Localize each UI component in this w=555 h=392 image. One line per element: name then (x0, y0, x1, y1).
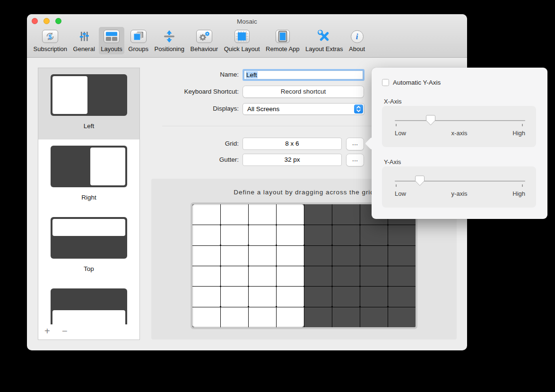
layout-item-top[interactable]: Top (38, 211, 139, 282)
toolbar-item-general[interactable]: General (71, 27, 97, 54)
toolbar: $ Subscription Gene (31, 27, 367, 54)
displays-value: All Screens (247, 105, 279, 113)
gutter-label: Gutter: (154, 156, 239, 164)
layout-preview-right (51, 146, 127, 187)
svg-text:$: $ (49, 34, 52, 40)
grid-intersection-dot (276, 306, 277, 307)
grid-field[interactable]: 8 x 6 (243, 138, 342, 150)
grid-intersection-dot (331, 286, 333, 287)
toolbar-item-groups[interactable]: Groups (126, 27, 151, 54)
subscription-icon: $ (42, 28, 58, 44)
toolbar-item-layout-extras[interactable]: Layout Extras (304, 27, 346, 54)
x-axis-slider-track[interactable] (395, 120, 525, 121)
y-axis-labels: Low y-axis High (395, 190, 525, 197)
grid-intersection-dot (220, 224, 221, 226)
gutter-more-button[interactable]: ... (346, 154, 364, 166)
grid-intersection-dot (304, 244, 305, 246)
grid-intersection-dot (387, 244, 389, 246)
quick-layout-icon (234, 28, 250, 44)
grid-label: Grid: (154, 140, 239, 148)
grid-intersection-dot (248, 306, 249, 307)
y-axis-high-label: High (512, 190, 525, 197)
grid-intersection-dot (359, 265, 361, 267)
layouts-icon (104, 28, 120, 44)
grid-intersection-dot (248, 286, 249, 287)
grid-intersection-dot (220, 306, 221, 307)
grid-intersection-dot (331, 224, 333, 226)
grid-intersection-dot (276, 224, 277, 226)
grid-intersection-dot (331, 265, 333, 267)
grid-intersection-dot (387, 306, 389, 307)
layout-item-bottom[interactable] (38, 282, 139, 324)
x-axis-slider-thumb[interactable] (426, 115, 435, 126)
layout-preview-left (51, 74, 127, 116)
layout-grid[interactable] (191, 202, 417, 329)
x-axis-low-label: Low (395, 130, 406, 137)
toolbar-item-positioning[interactable]: Positioning (152, 27, 187, 54)
layout-extras-icon (317, 28, 331, 44)
grid-intersection-dot (248, 265, 249, 267)
x-axis-group: Low x-axis High (382, 106, 536, 147)
x-axis-mid-label: x-axis (451, 130, 468, 137)
grid-intersection-dot (387, 286, 389, 287)
groups-icon (130, 28, 147, 44)
toolbar-item-remote-app[interactable]: Remote App (264, 27, 302, 54)
y-axis-slider-thumb[interactable] (415, 175, 425, 186)
y-axis-low-label: Low (395, 190, 406, 197)
grid-intersection-dot (359, 224, 361, 226)
window-title: Mosaic (27, 18, 467, 25)
y-axis-tick-high (522, 184, 523, 187)
y-axis-title: Y-Axis (384, 158, 401, 166)
x-axis-high-label: High (512, 130, 525, 137)
layouts-sidebar: Left Right Top + − (38, 68, 140, 340)
add-layout-button[interactable]: + (44, 326, 50, 336)
y-axis-slider-track[interactable] (395, 181, 525, 182)
displays-label: Displays: (154, 105, 239, 113)
layouts-list: Left Right Top (38, 68, 139, 324)
toolbar-item-about[interactable]: i About (347, 27, 367, 54)
x-axis-tick-high (522, 124, 523, 126)
grid-intersection-dot (276, 265, 277, 267)
window-header: Mosaic $ Subscription (27, 14, 467, 58)
layout-item-left[interactable]: Left (38, 68, 139, 139)
grid-intersection-dot (331, 306, 333, 307)
toolbar-item-behaviour[interactable]: Behaviour (188, 27, 220, 54)
gutter-field[interactable]: 32 px (243, 154, 342, 166)
y-axis-mid-label: y-axis (451, 190, 468, 197)
displays-select[interactable]: All Screens (243, 103, 364, 115)
grid-options-popover: Automatic Y-Axis X-Axis Low x-axis High … (372, 68, 547, 219)
y-axis-tick-low (396, 184, 397, 187)
record-shortcut-button[interactable]: Record shortcut (243, 86, 364, 98)
remove-layout-button[interactable]: − (62, 326, 68, 336)
grid-more-button[interactable]: ... (346, 138, 364, 150)
grid-intersection-dot (248, 244, 249, 246)
name-input[interactable]: Left (243, 69, 364, 81)
toolbar-item-layouts[interactable]: Layouts (99, 27, 125, 54)
name-label: Name: (154, 71, 239, 78)
grid-intersection-dot (276, 244, 277, 246)
layout-preview-top (51, 217, 127, 259)
y-axis-group: Low y-axis High (382, 166, 536, 208)
grid-intersection-dot (304, 286, 305, 287)
grid-intersection-dot (304, 306, 305, 307)
x-axis-tick-low (396, 124, 397, 126)
grid-intersection-dot (359, 306, 361, 307)
grid-intersection-dot (248, 224, 249, 226)
grid-intersection-dot (220, 286, 221, 287)
grid-intersection-dot (359, 244, 361, 246)
layout-item-right[interactable]: Right (38, 139, 139, 211)
x-axis-title: X-Axis (384, 98, 402, 105)
grid-intersection-dot (387, 265, 389, 267)
toolbar-item-quick-layout[interactable]: Quick Layout (222, 27, 262, 54)
toolbar-item-subscription[interactable]: $ Subscription (31, 27, 69, 54)
grid-intersection-dot (387, 224, 389, 226)
automatic-y-axis-label: Automatic Y-Axis (393, 79, 441, 87)
grid-intersection-dot (304, 224, 305, 226)
general-icon (78, 28, 91, 44)
positioning-icon (162, 28, 176, 44)
automatic-y-axis-checkbox[interactable] (382, 79, 389, 86)
grid-intersection-dot (220, 244, 221, 246)
name-value: Left (246, 71, 258, 78)
grid-intersection-dot (331, 244, 333, 246)
grid-intersection-dot (276, 286, 277, 287)
